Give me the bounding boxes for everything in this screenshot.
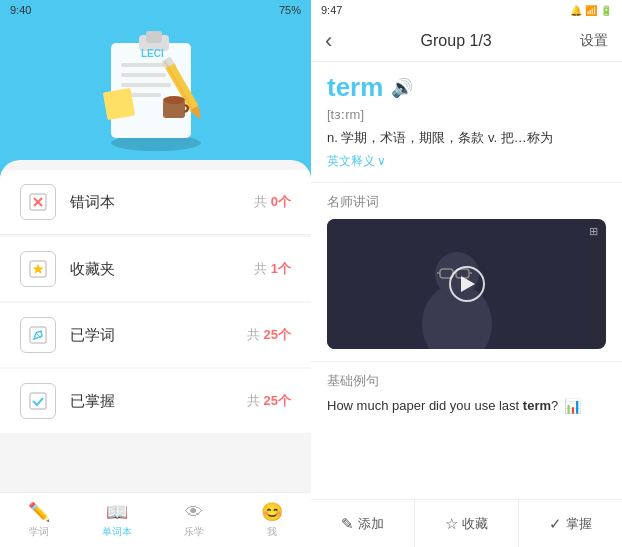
menu-item-favorites[interactable]: 收藏夹 共 1个 [0, 237, 311, 301]
right-bottom-actions: ✎ 添加 ☆ 收藏 ✓ 掌握 [311, 499, 622, 547]
chevron-down-icon: ∨ [377, 154, 386, 168]
nav-vocab[interactable]: ✏️ 学词 [0, 493, 78, 547]
example-speaker-icon[interactable]: 📊 [564, 398, 581, 414]
master-label: 掌握 [566, 515, 592, 533]
check-icon [28, 391, 48, 411]
favorites-label: 收藏夹 [70, 260, 254, 279]
left-panel: 9:40 75% LECI [0, 0, 311, 547]
right-time: 9:47 [321, 4, 342, 16]
pen-icon [28, 325, 48, 345]
mastered-label: 已掌握 [70, 392, 247, 411]
svg-text:LECI: LECI [141, 48, 164, 59]
nav-wordbook[interactable]: 📖 单词本 [78, 493, 156, 547]
x-icon [28, 192, 48, 212]
right-icons: 🔔 📶 🔋 [570, 5, 612, 16]
left-bottom-nav: ✏️ 学词 📖 单词本 👁 乐学 😊 我 [0, 492, 311, 547]
fun-icon: 👁 [185, 502, 203, 523]
vocab-icon: ✏️ [28, 501, 50, 523]
english-definition-toggle[interactable]: 英文释义 ∨ [327, 153, 606, 170]
favorites-count: 共 1个 [254, 260, 291, 278]
example-row: How much paper did you use last term? 📊 [327, 396, 606, 417]
svg-marker-20 [33, 264, 44, 275]
svg-rect-3 [146, 31, 162, 43]
add-label: 添加 [358, 515, 384, 533]
wrong-words-icon-box [20, 184, 56, 220]
video-icon: ⊞ [589, 225, 598, 238]
left-time: 9:40 [10, 4, 31, 16]
svg-point-14 [163, 96, 185, 104]
add-button[interactable]: ✎ 添加 [311, 500, 415, 547]
word-row: term 🔊 [327, 72, 606, 103]
notebook-illustration: LECI [91, 25, 221, 155]
right-status-bar: 9:47 🔔 📶 🔋 [311, 0, 622, 20]
svg-rect-6 [121, 83, 171, 87]
collect-button[interactable]: ☆ 收藏 [415, 500, 519, 547]
left-battery: 75% [279, 4, 301, 16]
collect-label: 收藏 [462, 515, 488, 533]
nav-wordbook-label: 单词本 [102, 525, 132, 539]
learned-icon-box [20, 317, 56, 353]
settings-button[interactable]: 设置 [580, 32, 608, 50]
check-action-icon: ✓ [549, 515, 562, 533]
wrong-words-count: 共 0个 [254, 193, 291, 211]
nav-vocab-label: 学词 [29, 525, 49, 539]
mastered-count: 共 25个 [247, 392, 291, 410]
menu-item-wrong-words[interactable]: 错词本 共 0个 [0, 170, 311, 235]
learned-label: 已学词 [70, 326, 247, 345]
add-icon: ✎ [341, 515, 354, 533]
me-icon: 😊 [261, 501, 283, 523]
star-action-icon: ☆ [445, 515, 458, 533]
learned-count: 共 25个 [247, 326, 291, 344]
example-section: 基础例句 How much paper did you use last ter… [327, 372, 606, 417]
header-title: Group 1/3 [421, 32, 492, 50]
nav-fun[interactable]: 👁 乐学 [156, 493, 234, 547]
menu-item-mastered[interactable]: 已掌握 共 25个 [0, 369, 311, 433]
play-triangle-icon [461, 276, 475, 292]
right-body: term 🔊 [tɜːrm] n. 学期，术语，期限，条款 v. 把…称为 英文… [311, 62, 622, 499]
svg-rect-23 [30, 393, 46, 409]
nav-me-label: 我 [267, 525, 277, 539]
phonetic: [tɜːrm] [327, 107, 606, 122]
definition: n. 学期，术语，期限，条款 v. 把…称为 [327, 128, 606, 149]
teacher-section-title: 名师讲词 [327, 193, 606, 211]
star-icon [28, 259, 48, 279]
right-panel: 9:47 🔔 📶 🔋 ‹ Group 1/3 设置 term 🔊 [tɜːrm]… [311, 0, 622, 547]
back-button[interactable]: ‹ [325, 30, 332, 52]
word-text: term [327, 72, 383, 103]
video-container[interactable]: ⊞ [327, 219, 606, 349]
play-button[interactable] [449, 266, 485, 302]
nav-fun-label: 乐学 [184, 525, 204, 539]
master-button[interactable]: ✓ 掌握 [519, 500, 622, 547]
example-section-title: 基础例句 [327, 372, 606, 390]
divider-2 [311, 361, 622, 362]
nav-me[interactable]: 😊 我 [233, 493, 311, 547]
left-status-bar: 9:40 75% [0, 0, 311, 20]
mastered-icon-box [20, 383, 56, 419]
wrong-words-label: 错词本 [70, 193, 254, 212]
favorites-icon-box [20, 251, 56, 287]
svg-rect-15 [102, 88, 134, 120]
right-header: ‹ Group 1/3 设置 [311, 20, 622, 62]
wordbook-icon: 📖 [106, 501, 128, 523]
menu-item-learned[interactable]: 已学词 共 25个 [0, 303, 311, 367]
example-text: How much paper did you use last term? [327, 396, 558, 417]
left-content: 错词本 共 0个 收藏夹 共 1个 已学词 [0, 160, 311, 492]
divider-1 [311, 182, 622, 183]
left-hero: LECI [0, 20, 311, 160]
speaker-icon[interactable]: 🔊 [391, 77, 413, 99]
svg-rect-5 [121, 73, 166, 77]
